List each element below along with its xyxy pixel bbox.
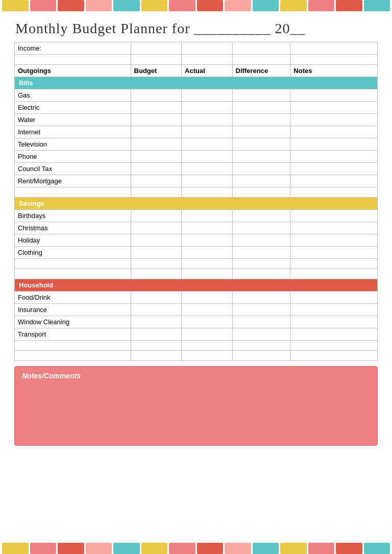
bills-council-tax-budget[interactable] xyxy=(131,163,182,175)
bills-rent-diff[interactable] xyxy=(232,175,290,187)
household-transport-diff[interactable] xyxy=(232,328,290,341)
bills-gas-actual[interactable] xyxy=(182,89,233,102)
savings-christmas-diff[interactable] xyxy=(232,222,290,234)
bills-gas-diff[interactable] xyxy=(232,89,290,102)
savings-christmas-budget[interactable] xyxy=(131,222,182,234)
bills-council-tax-notes[interactable] xyxy=(290,163,378,175)
household-food-actual[interactable] xyxy=(182,292,233,304)
bills-gas-label: Gas xyxy=(15,89,131,102)
bills-television-budget[interactable] xyxy=(131,138,182,151)
spacer-row-bills xyxy=(15,187,378,198)
household-food-diff[interactable] xyxy=(232,292,290,304)
savings-holiday-notes[interactable] xyxy=(290,234,378,247)
notes-body[interactable] xyxy=(22,384,370,440)
savings-christmas-notes[interactable] xyxy=(290,222,378,234)
bills-phone-notes[interactable] xyxy=(290,151,378,163)
household-window-cleaning-budget[interactable] xyxy=(131,316,182,328)
savings-holiday-actual[interactable] xyxy=(182,234,233,247)
bills-water-budget[interactable] xyxy=(131,114,182,126)
bills-water-actual[interactable] xyxy=(182,114,233,126)
spacer-row-household-2 xyxy=(15,351,378,361)
bills-water-row: Water xyxy=(15,114,378,126)
household-section-header: Household xyxy=(15,279,378,292)
bills-gas-budget[interactable] xyxy=(131,89,182,102)
bills-gas-notes[interactable] xyxy=(290,89,378,102)
savings-clothing-actual[interactable] xyxy=(182,247,233,259)
bills-council-tax-actual[interactable] xyxy=(182,163,233,175)
savings-birthdays-diff[interactable] xyxy=(232,210,290,222)
household-food-label: Food/Drink xyxy=(15,292,131,304)
bills-internet-actual[interactable] xyxy=(182,126,233,138)
bills-phone-label: Phone xyxy=(15,151,131,163)
bills-internet-notes[interactable] xyxy=(290,126,378,138)
bills-phone-actual[interactable] xyxy=(182,151,233,163)
income-row: Income: xyxy=(15,42,378,55)
household-food-budget[interactable] xyxy=(131,292,182,304)
bills-council-tax-diff[interactable] xyxy=(232,163,290,175)
bills-rent-budget[interactable] xyxy=(131,175,182,187)
bills-electric-diff[interactable] xyxy=(232,102,290,114)
bills-television-diff[interactable] xyxy=(232,138,290,151)
household-insurance-notes[interactable] xyxy=(290,304,378,316)
bills-internet-diff[interactable] xyxy=(232,126,290,138)
household-transport-budget[interactable] xyxy=(131,328,182,341)
top-deco-bar xyxy=(0,0,392,11)
bills-water-notes[interactable] xyxy=(290,114,378,126)
bills-electric-label: Electric xyxy=(15,102,131,114)
savings-birthdays-label: Birthdays xyxy=(15,210,131,222)
bills-water-label: Water xyxy=(15,114,131,126)
col-budget: Budget xyxy=(131,65,182,77)
household-insurance-diff[interactable] xyxy=(232,304,290,316)
household-transport-notes[interactable] xyxy=(290,328,378,341)
household-window-cleaning-row: Window Cleaning xyxy=(15,316,378,328)
savings-christmas-actual[interactable] xyxy=(182,222,233,234)
bills-phone-diff[interactable] xyxy=(232,151,290,163)
page-title: Monthly Budget Planner for __________ 20… xyxy=(0,11,392,42)
spacer-row-savings-1 xyxy=(15,259,378,269)
bills-television-notes[interactable] xyxy=(290,138,378,151)
column-header-row: Outgoings Budget Actual Difference Notes xyxy=(15,65,378,77)
bills-rent-actual[interactable] xyxy=(182,175,233,187)
savings-clothing-budget[interactable] xyxy=(131,247,182,259)
bills-electric-row: Electric xyxy=(15,102,378,114)
income-actual[interactable] xyxy=(182,42,233,55)
savings-christmas-label: Christmas xyxy=(15,222,131,234)
income-notes[interactable] xyxy=(290,42,378,55)
savings-birthdays-row: Birthdays xyxy=(15,210,378,222)
savings-birthdays-notes[interactable] xyxy=(290,210,378,222)
budget-table: Income: Outgoings Budget Actual Differen… xyxy=(14,42,378,361)
bills-section-header: Bills xyxy=(15,77,378,89)
income-diff[interactable] xyxy=(232,42,290,55)
savings-holiday-budget[interactable] xyxy=(131,234,182,247)
bills-gas-row: Gas xyxy=(15,89,378,102)
household-window-cleaning-notes[interactable] xyxy=(290,316,378,328)
bills-rent-notes[interactable] xyxy=(290,175,378,187)
bills-electric-budget[interactable] xyxy=(131,102,182,114)
bills-phone-row: Phone xyxy=(15,151,378,163)
savings-clothing-diff[interactable] xyxy=(232,247,290,259)
household-insurance-budget[interactable] xyxy=(131,304,182,316)
savings-section-header: Savings xyxy=(15,198,378,210)
savings-birthdays-actual[interactable] xyxy=(182,210,233,222)
household-insurance-actual[interactable] xyxy=(182,304,233,316)
household-window-cleaning-diff[interactable] xyxy=(232,316,290,328)
bills-electric-actual[interactable] xyxy=(182,102,233,114)
household-window-cleaning-actual[interactable] xyxy=(182,316,233,328)
bills-internet-budget[interactable] xyxy=(131,126,182,138)
household-transport-actual[interactable] xyxy=(182,328,233,341)
income-label: Income: xyxy=(15,42,131,55)
bills-television-actual[interactable] xyxy=(182,138,233,151)
household-transport-row: Transport xyxy=(15,328,378,341)
bills-electric-notes[interactable] xyxy=(290,102,378,114)
col-difference: Difference xyxy=(232,65,290,77)
household-food-notes[interactable] xyxy=(290,292,378,304)
household-label: Household xyxy=(15,279,378,292)
savings-birthdays-budget[interactable] xyxy=(131,210,182,222)
income-budget[interactable] xyxy=(131,42,182,55)
bills-phone-budget[interactable] xyxy=(131,151,182,163)
savings-clothing-label: Clothing xyxy=(15,247,131,259)
savings-clothing-notes[interactable] xyxy=(290,247,378,259)
notes-comments-section[interactable]: Notes/Comments xyxy=(14,366,378,446)
bills-water-diff[interactable] xyxy=(232,114,290,126)
savings-holiday-diff[interactable] xyxy=(232,234,290,247)
